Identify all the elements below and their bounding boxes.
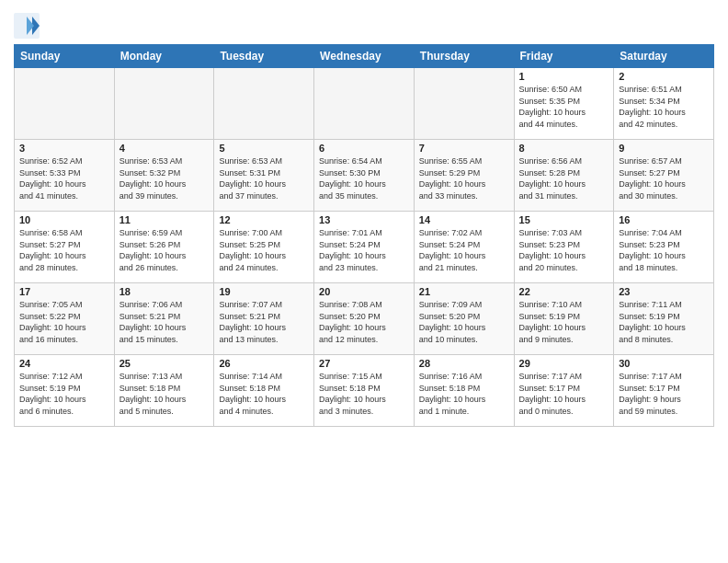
calendar-cell: 29Sunrise: 7:17 AM Sunset: 5:17 PM Dayli… [514,355,614,427]
day-number: 4 [119,143,210,154]
day-number: 11 [119,214,210,225]
calendar-cell: 15Sunrise: 7:03 AM Sunset: 5:23 PM Dayli… [514,212,614,283]
day-number: 15 [519,214,609,225]
day-info: Sunrise: 6:58 AM Sunset: 5:27 PM Dayligh… [19,227,109,273]
calendar-cell: 20Sunrise: 7:08 AM Sunset: 5:20 PM Dayli… [314,283,415,355]
calendar-cell: 10Sunrise: 6:58 AM Sunset: 5:27 PM Dayli… [15,212,115,283]
day-info: Sunrise: 6:50 AM Sunset: 5:35 PM Dayligh… [519,84,609,130]
calendar-cell: 12Sunrise: 7:00 AM Sunset: 5:25 PM Dayli… [214,212,314,283]
calendar-cell: 17Sunrise: 7:05 AM Sunset: 5:22 PM Dayli… [15,283,115,355]
calendar-cell: 27Sunrise: 7:15 AM Sunset: 5:18 PM Dayli… [314,355,415,427]
day-number: 12 [219,214,309,225]
day-number: 16 [619,214,709,225]
calendar-cell: 11Sunrise: 6:59 AM Sunset: 5:26 PM Dayli… [114,212,214,283]
calendar-cell: 13Sunrise: 7:01 AM Sunset: 5:24 PM Dayli… [314,212,415,283]
day-number: 26 [219,358,309,369]
day-number: 17 [19,286,109,297]
calendar-cell [214,68,314,140]
day-number: 28 [419,358,509,369]
calendar-cell: 21Sunrise: 7:09 AM Sunset: 5:20 PM Dayli… [414,283,514,355]
calendar-cell: 3Sunrise: 6:52 AM Sunset: 5:33 PM Daylig… [15,140,115,212]
calendar-cell: 22Sunrise: 7:10 AM Sunset: 5:19 PM Dayli… [514,283,614,355]
weekday-header-wednesday: Wednesday [314,45,415,68]
day-number: 10 [19,214,109,225]
calendar-cell: 8Sunrise: 6:56 AM Sunset: 5:28 PM Daylig… [514,140,614,212]
day-info: Sunrise: 6:56 AM Sunset: 5:28 PM Dayligh… [519,155,609,201]
day-info: Sunrise: 7:17 AM Sunset: 5:17 PM Dayligh… [619,371,709,417]
calendar-cell: 1Sunrise: 6:50 AM Sunset: 5:35 PM Daylig… [514,68,614,140]
day-info: Sunrise: 7:05 AM Sunset: 5:22 PM Dayligh… [19,299,109,345]
day-info: Sunrise: 7:09 AM Sunset: 5:20 PM Dayligh… [419,299,509,345]
day-number: 30 [619,358,709,369]
day-number: 23 [619,286,709,297]
weekday-header-tuesday: Tuesday [214,45,314,68]
day-info: Sunrise: 6:53 AM Sunset: 5:31 PM Dayligh… [219,155,309,201]
day-info: Sunrise: 6:55 AM Sunset: 5:29 PM Dayligh… [419,155,509,201]
day-info: Sunrise: 6:52 AM Sunset: 5:33 PM Dayligh… [19,155,109,201]
logo [14,13,42,39]
calendar-cell: 7Sunrise: 6:55 AM Sunset: 5:29 PM Daylig… [414,140,514,212]
day-info: Sunrise: 7:06 AM Sunset: 5:21 PM Dayligh… [119,299,210,345]
calendar-cell: 25Sunrise: 7:13 AM Sunset: 5:18 PM Dayli… [114,355,214,427]
weekday-header-friday: Friday [514,45,614,68]
calendar-cell [314,68,415,140]
calendar-cell: 6Sunrise: 6:54 AM Sunset: 5:30 PM Daylig… [314,140,415,212]
day-number: 19 [219,286,309,297]
calendar-cell: 14Sunrise: 7:02 AM Sunset: 5:24 PM Dayli… [414,212,514,283]
calendar-cell: 2Sunrise: 6:51 AM Sunset: 5:34 PM Daylig… [614,68,714,140]
day-number: 18 [119,286,210,297]
calendar-cell: 5Sunrise: 6:53 AM Sunset: 5:31 PM Daylig… [214,140,314,212]
day-info: Sunrise: 7:11 AM Sunset: 5:19 PM Dayligh… [619,299,709,345]
day-number: 1 [519,71,609,82]
calendar-cell: 30Sunrise: 7:17 AM Sunset: 5:17 PM Dayli… [614,355,714,427]
calendar-cell: 24Sunrise: 7:12 AM Sunset: 5:19 PM Dayli… [15,355,115,427]
logo-icon [14,13,40,39]
day-number: 6 [319,143,409,154]
day-info: Sunrise: 7:17 AM Sunset: 5:17 PM Dayligh… [519,371,609,417]
day-number: 27 [319,358,409,369]
calendar-cell: 16Sunrise: 7:04 AM Sunset: 5:23 PM Dayli… [614,212,714,283]
day-info: Sunrise: 7:07 AM Sunset: 5:21 PM Dayligh… [219,299,309,345]
day-info: Sunrise: 7:08 AM Sunset: 5:20 PM Dayligh… [319,299,409,345]
day-info: Sunrise: 7:03 AM Sunset: 5:23 PM Dayligh… [519,227,609,273]
weekday-header-monday: Monday [114,45,214,68]
day-info: Sunrise: 7:14 AM Sunset: 5:18 PM Dayligh… [219,371,309,417]
day-info: Sunrise: 6:57 AM Sunset: 5:27 PM Dayligh… [619,155,709,201]
header [14,9,714,39]
day-info: Sunrise: 7:00 AM Sunset: 5:25 PM Dayligh… [219,227,309,273]
calendar-cell [114,68,214,140]
day-info: Sunrise: 6:59 AM Sunset: 5:26 PM Dayligh… [119,227,210,273]
calendar-cell: 4Sunrise: 6:53 AM Sunset: 5:32 PM Daylig… [114,140,214,212]
calendar-cell: 19Sunrise: 7:07 AM Sunset: 5:21 PM Dayli… [214,283,314,355]
day-info: Sunrise: 7:16 AM Sunset: 5:18 PM Dayligh… [419,371,509,417]
day-info: Sunrise: 7:01 AM Sunset: 5:24 PM Dayligh… [319,227,409,273]
day-info: Sunrise: 7:02 AM Sunset: 5:24 PM Dayligh… [419,227,509,273]
calendar-table: SundayMondayTuesdayWednesdayThursdayFrid… [14,44,714,427]
day-number: 24 [19,358,109,369]
day-number: 13 [319,214,409,225]
day-number: 25 [119,358,210,369]
weekday-header-thursday: Thursday [414,45,514,68]
calendar-cell [414,68,514,140]
calendar-cell: 18Sunrise: 7:06 AM Sunset: 5:21 PM Dayli… [114,283,214,355]
day-info: Sunrise: 6:51 AM Sunset: 5:34 PM Dayligh… [619,84,709,130]
day-number: 3 [19,143,109,154]
day-number: 7 [419,143,509,154]
day-info: Sunrise: 7:12 AM Sunset: 5:19 PM Dayligh… [19,371,109,417]
day-info: Sunrise: 7:04 AM Sunset: 5:23 PM Dayligh… [619,227,709,273]
day-number: 5 [219,143,309,154]
calendar-cell: 26Sunrise: 7:14 AM Sunset: 5:18 PM Dayli… [214,355,314,427]
day-info: Sunrise: 7:13 AM Sunset: 5:18 PM Dayligh… [119,371,210,417]
day-number: 29 [519,358,609,369]
weekday-header-sunday: Sunday [15,45,115,68]
day-info: Sunrise: 6:53 AM Sunset: 5:32 PM Dayligh… [119,155,210,201]
day-number: 2 [619,71,709,82]
day-number: 14 [419,214,509,225]
calendar-cell [15,68,115,140]
day-number: 22 [519,286,609,297]
day-number: 21 [419,286,509,297]
calendar-cell: 23Sunrise: 7:11 AM Sunset: 5:19 PM Dayli… [614,283,714,355]
page-container: SundayMondayTuesdayWednesdayThursdayFrid… [0,0,728,436]
day-info: Sunrise: 7:15 AM Sunset: 5:18 PM Dayligh… [319,371,409,417]
day-info: Sunrise: 6:54 AM Sunset: 5:30 PM Dayligh… [319,155,409,201]
